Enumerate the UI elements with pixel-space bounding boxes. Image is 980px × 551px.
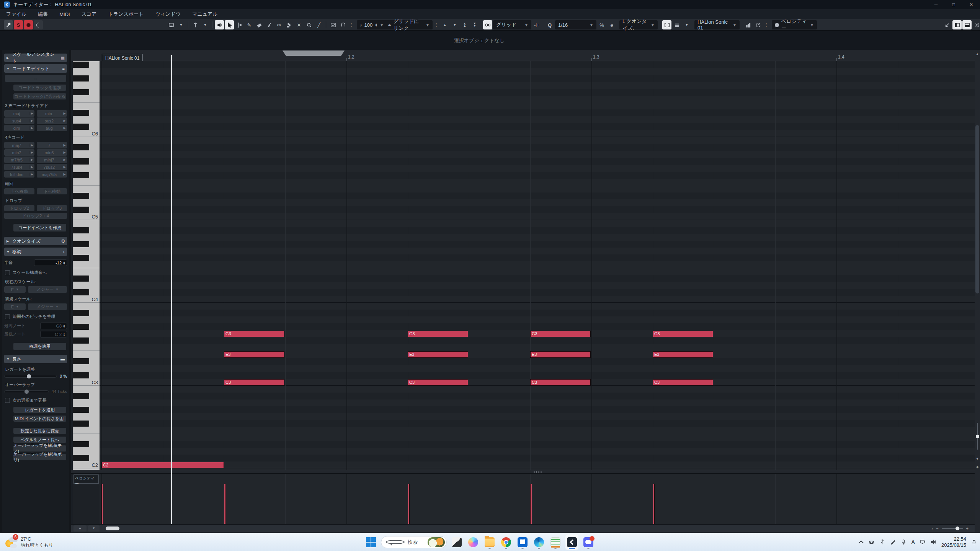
midi-note-G3[interactable]: G3 xyxy=(530,331,591,337)
vzoom-knob[interactable] xyxy=(976,435,979,438)
piano-key[interactable] xyxy=(73,427,100,434)
menu-item-0[interactable]: ファイル xyxy=(6,11,26,18)
taskbar-copilot[interactable] xyxy=(467,535,480,550)
piano-key[interactable] xyxy=(73,248,100,254)
min-note-spinner[interactable]: C-2▲▼ xyxy=(40,331,67,337)
velocity-bar[interactable] xyxy=(530,484,532,524)
erase-tool[interactable] xyxy=(255,20,264,29)
piano-key[interactable] xyxy=(73,227,100,234)
midi-note-G3[interactable]: G3 xyxy=(224,331,284,337)
piano-key[interactable] xyxy=(73,75,100,82)
horizontal-scroll-thumb[interactable] xyxy=(106,527,119,530)
audition-speaker-icon[interactable] xyxy=(215,20,224,29)
lower-zone-toggle[interactable] xyxy=(962,20,972,29)
swing-quantize-icon[interactable]: % xyxy=(597,20,606,29)
piano-key[interactable] xyxy=(73,186,100,192)
create-chord-event-button[interactable]: コードイベントを作成 xyxy=(13,224,66,231)
step-input-icon[interactable] xyxy=(34,20,43,29)
horizontal-scrollbar[interactable]: + ▼ ‹ › − + xyxy=(71,524,975,532)
tetrad-button-7[interactable]: 7▶ xyxy=(37,142,67,148)
piano-key[interactable] xyxy=(73,268,100,275)
resolve-poly-button[interactable]: オーバーラップを解消(ポリ) xyxy=(13,454,66,460)
midi-note-G3[interactable]: G3 xyxy=(653,331,713,337)
tetrad-button-7sus2[interactable]: 7sus2▶ xyxy=(37,164,67,170)
iterative-quantize-icon[interactable]: e xyxy=(607,20,616,29)
to-scale-checkbox[interactable] xyxy=(5,270,10,275)
taskbar-edge[interactable] xyxy=(532,535,546,550)
piano-key[interactable] xyxy=(73,406,100,413)
midi-note-E3[interactable]: E3 xyxy=(530,351,591,358)
split-scissors-tool[interactable]: ✂ xyxy=(274,20,284,29)
piano-key[interactable] xyxy=(73,179,100,186)
piano-key[interactable]: C2 xyxy=(73,461,100,468)
nudge-down-button[interactable]: ▼ xyxy=(450,20,459,29)
triad-button-min[interactable]: min.▶ xyxy=(37,110,67,117)
auto-scroll-icon[interactable] xyxy=(191,20,200,29)
left-zone-toggle[interactable] xyxy=(952,20,962,29)
velocity-bar[interactable] xyxy=(101,484,103,524)
apply-legato-button[interactable]: レガートを適用 xyxy=(13,407,66,413)
piano-key[interactable] xyxy=(73,448,100,455)
piano-key[interactable] xyxy=(73,393,100,399)
piano-key[interactable] xyxy=(73,158,100,165)
piano-key[interactable] xyxy=(73,289,100,296)
scroll-down-arrow[interactable]: ▼ xyxy=(975,457,980,461)
piano-key[interactable] xyxy=(73,365,100,372)
loop-options-dots[interactable]: ⋮ xyxy=(349,22,354,28)
section-length[interactable]: ▼長さ ▬ xyxy=(4,355,67,363)
piano-key[interactable]: C4 xyxy=(73,296,100,303)
semitone-spinner[interactable]: -12 ▲▼ xyxy=(34,259,67,266)
current-mode-dropdown[interactable]: メジャー▼ xyxy=(28,286,67,293)
apply-transpose-button[interactable]: 移調を適用 xyxy=(13,343,66,350)
hzoom-plus[interactable]: + xyxy=(966,526,969,531)
feedback-dropdown-caret[interactable]: ▼ xyxy=(176,20,186,29)
lane-preset-caret[interactable]: ▼ xyxy=(88,525,100,531)
solo-editor-button[interactable]: S xyxy=(14,20,23,29)
auto-scroll-caret[interactable]: ▼ xyxy=(201,20,210,29)
piano-key[interactable] xyxy=(73,89,100,96)
piano-key[interactable] xyxy=(73,441,100,448)
piano-key[interactable] xyxy=(73,275,100,282)
part-selector-dropdown[interactable]: HALion Sonic 01▼ xyxy=(694,20,740,29)
tetrad-button-min7[interactable]: min7▶ xyxy=(4,149,34,156)
midi-note-C3[interactable]: C3 xyxy=(224,379,284,386)
legato-slider[interactable] xyxy=(4,375,57,378)
part-borders-icon[interactable] xyxy=(662,20,671,29)
menu-item-5[interactable]: ウィンドウ xyxy=(155,11,181,18)
menu-item-3[interactable]: スコア xyxy=(82,11,97,18)
ime-indicator[interactable]: A xyxy=(911,539,915,545)
tetrad-button-m7b5[interactable]: m7/b5▶ xyxy=(4,156,34,163)
velocity-bar[interactable] xyxy=(408,484,410,524)
quantize-preset-dropdown[interactable]: 1/16▼ xyxy=(555,20,596,29)
timeline-ruler[interactable]: HALion Sonic 01 1.21.31.4 xyxy=(71,50,975,61)
usb-icon[interactable] xyxy=(879,539,885,545)
piano-key[interactable] xyxy=(73,330,100,337)
scroll-right-arrow[interactable]: › xyxy=(931,526,933,531)
menu-item-2[interactable]: MIDI xyxy=(59,11,70,17)
object-selection-tool[interactable] xyxy=(225,20,234,29)
piano-key[interactable] xyxy=(73,455,100,461)
note-grid[interactable]: C2G3E3C3G3E3C3G3E3C3G3E3C3 xyxy=(100,61,975,470)
piano-key[interactable] xyxy=(73,386,100,393)
network-icon[interactable] xyxy=(920,539,926,545)
snap-type-dropdown[interactable]: グリッド▼ xyxy=(493,20,531,29)
piano-key[interactable] xyxy=(73,282,100,289)
taskbar-file-explorer[interactable] xyxy=(483,535,496,550)
piano-key[interactable] xyxy=(73,82,100,89)
event-color-dropdown[interactable]: ベロシティー▼ xyxy=(772,20,817,29)
taskbar-cubase[interactable] xyxy=(565,535,578,550)
current-chord-display[interactable]: -- xyxy=(5,75,66,82)
taskbar-microsoft-store[interactable] xyxy=(516,535,529,550)
piano-key[interactable] xyxy=(73,96,100,103)
piano-key[interactable] xyxy=(73,116,100,123)
section-scale-assistant[interactable]: ▶スケールアシスタント ▦ xyxy=(4,54,67,62)
mic-icon[interactable] xyxy=(901,539,906,545)
piano-key[interactable] xyxy=(73,310,100,316)
piano-key[interactable]: C6 xyxy=(73,130,100,137)
piano-key[interactable] xyxy=(73,103,100,109)
record-in-editor-button[interactable] xyxy=(24,20,33,29)
midi-note-C2[interactable]: C2 xyxy=(101,462,224,468)
volume-icon[interactable] xyxy=(931,539,936,545)
current-root-dropdown[interactable]: E▼ xyxy=(4,286,26,293)
midi-note-E3[interactable]: E3 xyxy=(653,351,713,358)
